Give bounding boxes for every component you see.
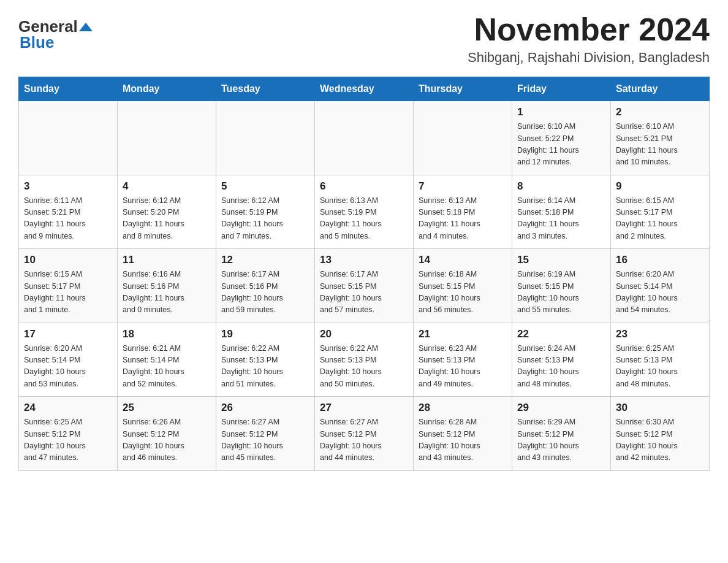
day-number: 7	[419, 180, 507, 193]
calendar-cell	[315, 101, 414, 175]
page-header: General Blue November 2024 Shibganj, Raj…	[18, 12, 710, 66]
calendar-cell: 8Sunrise: 6:14 AMSunset: 5:18 PMDaylight…	[512, 175, 611, 249]
calendar-cell	[19, 101, 118, 175]
day-number: 1	[517, 106, 605, 118]
day-info: Sunrise: 6:22 AMSunset: 5:13 PMDaylight:…	[221, 343, 309, 391]
day-info: Sunrise: 6:11 AMSunset: 5:21 PMDaylight:…	[24, 195, 112, 243]
calendar-cell: 10Sunrise: 6:15 AMSunset: 5:17 PMDayligh…	[19, 249, 118, 323]
day-info: Sunrise: 6:27 AMSunset: 5:12 PMDaylight:…	[221, 416, 309, 464]
day-info: Sunrise: 6:24 AMSunset: 5:13 PMDaylight:…	[517, 343, 605, 391]
calendar-cell	[414, 101, 512, 175]
calendar-cell: 18Sunrise: 6:21 AMSunset: 5:14 PMDayligh…	[118, 323, 216, 397]
day-number: 12	[221, 254, 309, 266]
day-number: 27	[320, 402, 408, 414]
day-number: 11	[123, 254, 211, 266]
day-number: 25	[123, 402, 211, 414]
title-section: November 2024 Shibganj, Rajshahi Divisio…	[468, 12, 710, 66]
weekday-header-saturday: Saturday	[611, 77, 710, 101]
calendar-cell: 17Sunrise: 6:20 AMSunset: 5:14 PMDayligh…	[19, 323, 118, 397]
day-number: 26	[221, 402, 309, 414]
day-number: 17	[24, 328, 112, 340]
calendar-cell: 12Sunrise: 6:17 AMSunset: 5:16 PMDayligh…	[216, 249, 315, 323]
calendar-cell: 27Sunrise: 6:27 AMSunset: 5:12 PMDayligh…	[315, 397, 414, 471]
day-number: 28	[419, 402, 507, 414]
calendar-cell: 25Sunrise: 6:26 AMSunset: 5:12 PMDayligh…	[118, 397, 216, 471]
day-info: Sunrise: 6:16 AMSunset: 5:16 PMDaylight:…	[123, 269, 211, 316]
calendar-cell: 13Sunrise: 6:17 AMSunset: 5:15 PMDayligh…	[315, 249, 414, 323]
day-info: Sunrise: 6:15 AMSunset: 5:17 PMDaylight:…	[24, 269, 112, 316]
day-number: 23	[616, 328, 704, 340]
calendar-cell: 9Sunrise: 6:15 AMSunset: 5:17 PMDaylight…	[611, 175, 710, 249]
weekday-header-thursday: Thursday	[414, 77, 512, 101]
weekday-header-tuesday: Tuesday	[216, 77, 315, 101]
calendar-cell: 21Sunrise: 6:23 AMSunset: 5:13 PMDayligh…	[414, 323, 512, 397]
calendar-cell: 1Sunrise: 6:10 AMSunset: 5:22 PMDaylight…	[512, 101, 611, 175]
day-info: Sunrise: 6:12 AMSunset: 5:20 PMDaylight:…	[123, 195, 211, 243]
calendar-cell: 16Sunrise: 6:20 AMSunset: 5:14 PMDayligh…	[611, 249, 710, 323]
day-info: Sunrise: 6:25 AMSunset: 5:13 PMDaylight:…	[616, 343, 704, 391]
day-info: Sunrise: 6:17 AMSunset: 5:15 PMDaylight:…	[320, 269, 408, 316]
day-number: 14	[419, 254, 507, 266]
day-number: 18	[123, 328, 211, 340]
day-info: Sunrise: 6:12 AMSunset: 5:19 PMDaylight:…	[221, 195, 309, 243]
day-number: 3	[24, 180, 112, 193]
day-number: 10	[24, 254, 112, 266]
day-number: 5	[221, 180, 309, 193]
day-number: 21	[419, 328, 507, 340]
calendar-row-2: 10Sunrise: 6:15 AMSunset: 5:17 PMDayligh…	[19, 249, 710, 323]
day-info: Sunrise: 6:26 AMSunset: 5:12 PMDaylight:…	[123, 416, 211, 464]
day-number: 2	[616, 106, 704, 118]
day-info: Sunrise: 6:10 AMSunset: 5:22 PMDaylight:…	[517, 121, 605, 169]
day-number: 9	[616, 180, 704, 193]
day-info: Sunrise: 6:25 AMSunset: 5:12 PMDaylight:…	[24, 416, 112, 464]
day-info: Sunrise: 6:29 AMSunset: 5:12 PMDaylight:…	[517, 416, 605, 464]
calendar-cell	[118, 101, 216, 175]
calendar-cell: 15Sunrise: 6:19 AMSunset: 5:15 PMDayligh…	[512, 249, 611, 323]
calendar-cell: 23Sunrise: 6:25 AMSunset: 5:13 PMDayligh…	[611, 323, 710, 397]
day-info: Sunrise: 6:13 AMSunset: 5:19 PMDaylight:…	[320, 195, 408, 243]
day-number: 4	[123, 180, 211, 193]
day-number: 20	[320, 328, 408, 340]
day-info: Sunrise: 6:15 AMSunset: 5:17 PMDaylight:…	[616, 195, 704, 243]
day-info: Sunrise: 6:13 AMSunset: 5:18 PMDaylight:…	[419, 195, 507, 243]
day-number: 29	[517, 402, 605, 414]
calendar-row-1: 3Sunrise: 6:11 AMSunset: 5:21 PMDaylight…	[19, 175, 710, 249]
day-number: 30	[616, 402, 704, 414]
day-info: Sunrise: 6:14 AMSunset: 5:18 PMDaylight:…	[517, 195, 605, 243]
calendar-cell: 11Sunrise: 6:16 AMSunset: 5:16 PMDayligh…	[118, 249, 216, 323]
logo: General Blue	[18, 18, 93, 50]
day-info: Sunrise: 6:20 AMSunset: 5:14 PMDaylight:…	[24, 343, 112, 391]
calendar-row-0: 1Sunrise: 6:10 AMSunset: 5:22 PMDaylight…	[19, 101, 710, 175]
day-info: Sunrise: 6:28 AMSunset: 5:12 PMDaylight:…	[419, 416, 507, 464]
calendar-cell: 3Sunrise: 6:11 AMSunset: 5:21 PMDaylight…	[19, 175, 118, 249]
calendar-cell: 14Sunrise: 6:18 AMSunset: 5:15 PMDayligh…	[414, 249, 512, 323]
calendar-cell: 22Sunrise: 6:24 AMSunset: 5:13 PMDayligh…	[512, 323, 611, 397]
day-number: 15	[517, 254, 605, 266]
calendar-row-3: 17Sunrise: 6:20 AMSunset: 5:14 PMDayligh…	[19, 323, 710, 397]
calendar-cell: 24Sunrise: 6:25 AMSunset: 5:12 PMDayligh…	[19, 397, 118, 471]
day-info: Sunrise: 6:23 AMSunset: 5:13 PMDaylight:…	[419, 343, 507, 391]
calendar-cell: 20Sunrise: 6:22 AMSunset: 5:13 PMDayligh…	[315, 323, 414, 397]
logo-general-text: General	[18, 18, 78, 34]
calendar-cell: 26Sunrise: 6:27 AMSunset: 5:12 PMDayligh…	[216, 397, 315, 471]
calendar-cell: 2Sunrise: 6:10 AMSunset: 5:21 PMDaylight…	[611, 101, 710, 175]
calendar-cell: 7Sunrise: 6:13 AMSunset: 5:18 PMDaylight…	[414, 175, 512, 249]
day-info: Sunrise: 6:10 AMSunset: 5:21 PMDaylight:…	[616, 121, 704, 169]
day-number: 16	[616, 254, 704, 266]
calendar-cell	[216, 101, 315, 175]
day-info: Sunrise: 6:18 AMSunset: 5:15 PMDaylight:…	[419, 269, 507, 316]
day-info: Sunrise: 6:21 AMSunset: 5:14 PMDaylight:…	[123, 343, 211, 391]
calendar-table: SundayMondayTuesdayWednesdayThursdayFrid…	[18, 77, 710, 471]
calendar-cell: 19Sunrise: 6:22 AMSunset: 5:13 PMDayligh…	[216, 323, 315, 397]
day-number: 6	[320, 180, 408, 193]
weekday-header-row: SundayMondayTuesdayWednesdayThursdayFrid…	[19, 77, 710, 101]
svg-marker-0	[79, 23, 93, 31]
day-info: Sunrise: 6:27 AMSunset: 5:12 PMDaylight:…	[320, 416, 408, 464]
day-info: Sunrise: 6:30 AMSunset: 5:12 PMDaylight:…	[616, 416, 704, 464]
weekday-header-wednesday: Wednesday	[315, 77, 414, 101]
day-number: 13	[320, 254, 408, 266]
day-info: Sunrise: 6:22 AMSunset: 5:13 PMDaylight:…	[320, 343, 408, 391]
calendar-cell: 28Sunrise: 6:28 AMSunset: 5:12 PMDayligh…	[414, 397, 512, 471]
calendar-cell: 29Sunrise: 6:29 AMSunset: 5:12 PMDayligh…	[512, 397, 611, 471]
calendar-cell: 6Sunrise: 6:13 AMSunset: 5:19 PMDaylight…	[315, 175, 414, 249]
